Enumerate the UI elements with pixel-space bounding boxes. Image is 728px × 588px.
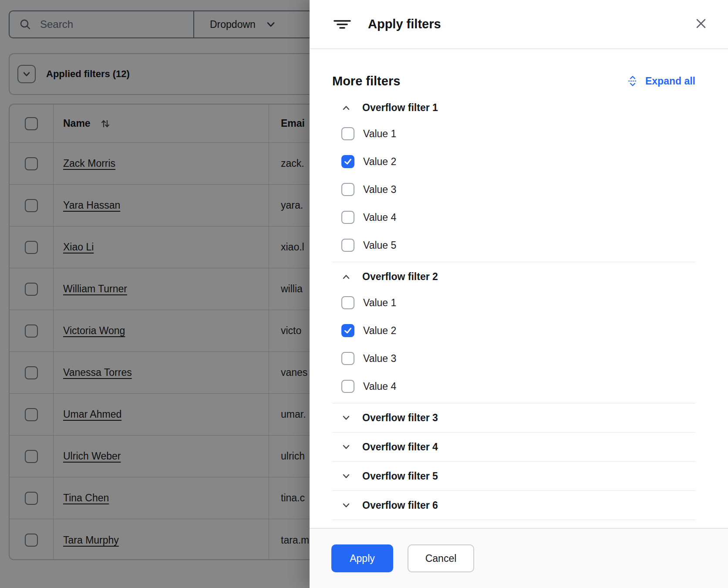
filter-sections: Overflow filter 1Value 1Value 2Value 3Va… (332, 93, 695, 520)
filter-value-row[interactable]: Value 1 (332, 120, 695, 148)
more-filters-heading: More filters (332, 74, 400, 88)
filter-section-label: Overflow filter 3 (362, 412, 438, 424)
section-divider (332, 520, 695, 520)
filter-section-toggle[interactable]: Overflow filter 6 (332, 491, 695, 520)
filter-section-toggle[interactable]: Overflow filter 3 (332, 403, 695, 432)
filter-value-row[interactable]: Value 1 (332, 289, 695, 317)
checkbox-checked[interactable] (341, 155, 354, 168)
filter-section: Overflow filter 5 (332, 462, 695, 490)
filter-value-label: Value 1 (363, 128, 396, 140)
chevron-down-icon (342, 501, 351, 510)
checkbox-unchecked[interactable] (341, 183, 354, 196)
apply-button[interactable]: Apply (331, 544, 393, 572)
page: Search Dropdown Applied filters (12) (0, 0, 728, 588)
chevron-up-icon (342, 273, 351, 281)
close-icon (695, 17, 707, 30)
chevron-up-icon (342, 104, 351, 112)
drawer-footer: Apply Cancel (310, 528, 728, 588)
filter-section-label: Overflow filter 4 (362, 441, 438, 453)
close-button[interactable] (693, 16, 709, 31)
filter-section: Overflow filter 1Value 1Value 2Value 3Va… (332, 93, 695, 262)
cancel-button[interactable]: Cancel (408, 544, 474, 572)
filter-section-toggle[interactable]: Overflow filter 4 (332, 433, 695, 461)
filter-value-row[interactable]: Value 2 (332, 317, 695, 345)
filter-section-label: Overflow filter 1 (362, 102, 438, 114)
checkbox-unchecked[interactable] (341, 239, 354, 252)
filter-value-label: Value 5 (363, 240, 396, 251)
filter-section-toggle[interactable]: Overflow filter 2 (332, 262, 695, 289)
filter-value-label: Value 4 (363, 381, 396, 392)
filter-value-row[interactable]: Value 4 (332, 372, 695, 400)
filter-value-row[interactable]: Value 4 (332, 203, 695, 231)
checkbox-unchecked[interactable] (341, 352, 354, 365)
checkbox-checked[interactable] (341, 324, 354, 337)
filter-value-label: Value 1 (363, 297, 396, 309)
filter-value-label: Value 3 (363, 353, 396, 365)
chevron-down-icon (342, 413, 351, 422)
filter-section-label: Overflow filter 6 (362, 500, 438, 511)
filter-section-label: Overflow filter 2 (362, 271, 438, 283)
checkbox-unchecked[interactable] (341, 380, 354, 393)
expand-all-label: Expand all (645, 75, 695, 87)
drawer-body: More filters Expand all Overflow filter … (310, 49, 728, 528)
filter-section-label: Overflow filter 5 (362, 470, 438, 482)
filter-section: Overflow filter 2Value 1Value 2Value 3Va… (332, 262, 695, 403)
chevron-down-icon (342, 472, 351, 480)
checkbox-unchecked[interactable] (341, 127, 354, 140)
filter-icon (334, 17, 351, 31)
expand-all-link[interactable]: Expand all (627, 75, 695, 87)
filter-section-toggle[interactable]: Overflow filter 5 (332, 462, 695, 490)
filter-value-row[interactable]: Value 3 (332, 345, 695, 372)
filter-value-label: Value 2 (363, 156, 396, 168)
filter-section: Overflow filter 6 (332, 491, 695, 520)
filter-value-label: Value 2 (363, 325, 396, 337)
apply-filters-drawer: Apply filters More filters (310, 0, 728, 588)
filter-section-toggle[interactable]: Overflow filter 1 (332, 93, 695, 120)
checkbox-unchecked[interactable] (341, 211, 354, 224)
chevron-down-icon (342, 443, 351, 451)
filter-value-label: Value 3 (363, 184, 396, 196)
filter-value-row[interactable]: Value 3 (332, 176, 695, 203)
filter-value-row[interactable]: Value 5 (332, 231, 695, 259)
checkbox-unchecked[interactable] (341, 296, 354, 309)
drawer-title: Apply filters (368, 17, 441, 31)
filter-value-row[interactable]: Value 2 (332, 148, 695, 176)
expand-all-icon (627, 75, 638, 87)
filter-section: Overflow filter 4 (332, 433, 695, 461)
filter-section: Overflow filter 3 (332, 403, 695, 432)
drawer-header: Apply filters (310, 0, 728, 49)
filter-value-label: Value 4 (363, 212, 396, 223)
